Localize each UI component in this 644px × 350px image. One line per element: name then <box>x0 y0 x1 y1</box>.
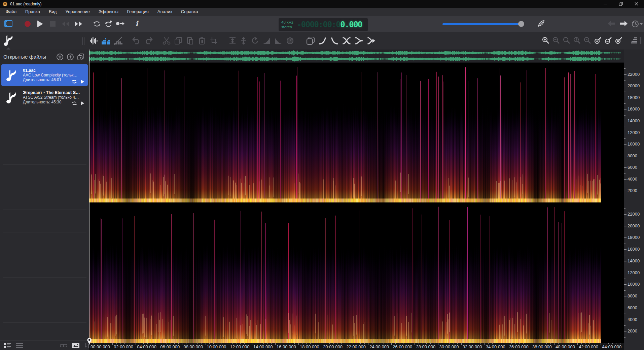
file-list-item[interactable]: 01.aac AAC Low Complexity (тольк… Длител… <box>1 64 88 86</box>
loop-icon[interactable] <box>93 20 101 28</box>
normalize-icon[interactable] <box>228 37 237 45</box>
menu-item-2[interactable]: Вид <box>44 8 61 16</box>
delete-icon[interactable] <box>198 37 206 45</box>
freq-tick <box>624 121 627 121</box>
undo-icon[interactable] <box>132 37 141 45</box>
spectrogram-view-icon[interactable] <box>101 36 110 45</box>
cut-icon[interactable] <box>163 37 171 45</box>
play-file-icon[interactable] <box>80 101 84 105</box>
freq-tick <box>624 167 627 168</box>
zoom-previous-icon[interactable] <box>583 36 592 44</box>
volume-slider-handle[interactable] <box>518 21 524 27</box>
time-tick <box>298 343 299 345</box>
close-button[interactable] <box>629 0 644 8</box>
main-toolbar: i 48 kHzstereo -0000:00:00.000 <box>0 16 644 32</box>
zoom-in-icon[interactable] <box>542 36 550 44</box>
record-button[interactable] <box>24 21 31 27</box>
duplicate-icon[interactable] <box>306 36 315 45</box>
loop-once-icon[interactable] <box>104 20 112 28</box>
preview-toggle-icon[interactable] <box>72 343 79 348</box>
trim-icon[interactable] <box>210 37 218 45</box>
toolbar-drag-handle[interactable] <box>82 37 85 45</box>
repeat-icon[interactable] <box>72 80 77 84</box>
wave-spectrogram-view-icon[interactable] <box>114 36 122 45</box>
curve-down-icon[interactable] <box>330 37 338 45</box>
fast-forward-button[interactable] <box>74 21 83 27</box>
filter-icon[interactable] <box>56 53 64 61</box>
freq-label-ch2: 12000 <box>628 270 640 275</box>
playhead-cursor[interactable] <box>89 50 90 343</box>
zoom-one-icon[interactable] <box>573 36 581 44</box>
freq-label-ch2: 22000 <box>628 212 640 217</box>
vertical-zoom-out-icon[interactable] <box>604 36 612 44</box>
crossfade-icon[interactable] <box>342 37 351 45</box>
time-label: 02:00.000 <box>114 344 133 349</box>
time-tick <box>554 343 554 345</box>
history-icon[interactable] <box>631 20 640 28</box>
paste-icon[interactable] <box>186 37 194 45</box>
detail-view-icon[interactable] <box>4 343 11 349</box>
playhead-pin[interactable] <box>86 337 92 345</box>
minimize-button[interactable] <box>598 0 613 8</box>
link-icon[interactable] <box>60 344 67 348</box>
zoom-selection-icon[interactable] <box>563 36 571 44</box>
play-button[interactable] <box>36 20 44 28</box>
time-label: 44:00.000 <box>602 344 621 349</box>
redo-icon[interactable] <box>144 37 153 45</box>
history-dropdown-caret[interactable] <box>640 23 643 25</box>
reverse-icon[interactable] <box>251 37 259 45</box>
sidebar-toggle-icon[interactable] <box>4 20 13 28</box>
repeat-icon[interactable] <box>72 101 77 105</box>
split-icon[interactable] <box>355 37 363 45</box>
fade-out-icon[interactable] <box>274 37 282 44</box>
time-label: 34:00.000 <box>486 344 505 349</box>
spectrogram-channel-1[interactable] <box>89 63 624 202</box>
amplify-icon[interactable] <box>240 37 247 45</box>
channel-mode-label: stereo <box>281 25 292 29</box>
vertical-zoom-reset-icon[interactable] <box>615 36 623 44</box>
freq-label-ch1: 8000 <box>628 153 637 158</box>
pen-icon[interactable] <box>537 19 546 28</box>
time-tick <box>112 343 113 345</box>
time-label: 04:00.000 <box>137 344 156 349</box>
levels-icon[interactable] <box>630 36 638 44</box>
gain-knob-icon[interactable] <box>286 37 294 45</box>
curve-up-icon[interactable] <box>319 37 327 45</box>
add-files-icon[interactable] <box>77 53 84 61</box>
add-file-icon[interactable] <box>67 53 74 61</box>
rewind-button[interactable] <box>61 21 70 27</box>
stop-button[interactable] <box>50 21 56 27</box>
waveform-view-icon[interactable] <box>90 36 98 45</box>
menu-item-3[interactable]: Управление <box>61 8 94 16</box>
play-from-cursor-icon[interactable] <box>116 21 124 26</box>
freq-tick <box>624 244 625 244</box>
nav-back-icon[interactable] <box>608 21 615 26</box>
edit-toolbar <box>0 32 644 50</box>
timeline-ruler[interactable]: 00:00.00002:00.00004:00.00006:00.00008:0… <box>89 343 624 350</box>
menu-item-5[interactable]: Генерация <box>123 8 153 16</box>
freq-tick <box>624 214 627 215</box>
time-counter: -0000:00:00.000 <box>297 20 362 29</box>
menu-item-0[interactable]: Файл <box>1 8 21 16</box>
zoom-out-icon[interactable] <box>552 36 560 44</box>
copy-icon[interactable] <box>174 37 182 45</box>
compact-view-icon[interactable] <box>16 343 23 348</box>
restore-button[interactable] <box>613 0 629 8</box>
merge-icon[interactable] <box>367 37 376 45</box>
menu-item-6[interactable]: Анализ <box>153 8 177 16</box>
file-list-item[interactable]: Этернавт - The Eternaut S… ATSC A/52 Str… <box>1 87 88 107</box>
vertical-zoom-in-icon[interactable] <box>594 36 602 44</box>
menu-item-4[interactable]: Эффекты <box>94 8 123 16</box>
toolbar-drag-handle-right[interactable] <box>640 36 643 44</box>
waveform-overview-strip[interactable] <box>89 50 624 63</box>
play-file-icon[interactable] <box>80 79 84 84</box>
freq-label-ch1: 6000 <box>628 165 637 170</box>
menu-item-1[interactable]: Правка <box>21 8 44 16</box>
file-browser-header: Открытые файлы <box>0 51 89 63</box>
nav-forward-icon[interactable] <box>620 21 628 26</box>
spectrogram-channel-2[interactable] <box>89 202 624 343</box>
volume-slider[interactable] <box>442 23 523 25</box>
info-icon[interactable]: i <box>135 19 138 28</box>
fade-in-icon[interactable] <box>262 37 271 44</box>
menu-item-7[interactable]: Справка <box>177 8 203 16</box>
